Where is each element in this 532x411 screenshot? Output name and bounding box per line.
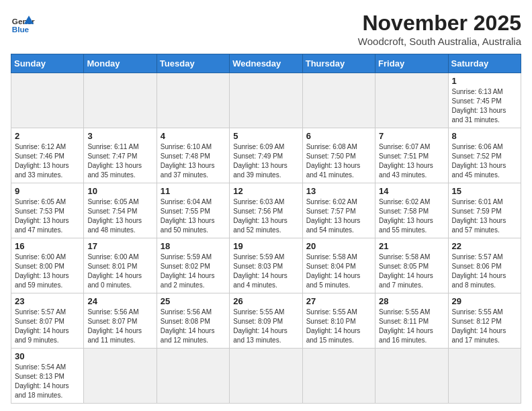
- day-number: 1: [452, 76, 517, 86]
- day-number: 14: [379, 186, 444, 196]
- calendar-cell: 17Sunrise: 6:00 AM Sunset: 8:01 PM Dayli…: [84, 238, 157, 293]
- calendar-cell: 15Sunrise: 6:01 AM Sunset: 7:59 PM Dayli…: [448, 183, 521, 238]
- day-number: 2: [15, 131, 80, 141]
- calendar-cell: [230, 349, 302, 404]
- day-number: 28: [379, 296, 444, 306]
- calendar-cell: 13Sunrise: 6:02 AM Sunset: 7:57 PM Dayli…: [302, 183, 375, 238]
- day-info: Sunrise: 5:57 AM Sunset: 8:07 PM Dayligh…: [15, 308, 80, 345]
- day-number: 22: [452, 241, 517, 251]
- calendar-cell: 18Sunrise: 5:59 AM Sunset: 8:02 PM Dayli…: [157, 238, 229, 293]
- day-info: Sunrise: 5:56 AM Sunset: 8:08 PM Dayligh…: [161, 308, 226, 345]
- calendar-table: SundayMondayTuesdayWednesdayThursdayFrid…: [11, 54, 521, 404]
- day-info: Sunrise: 6:09 AM Sunset: 7:49 PM Dayligh…: [233, 142, 298, 180]
- calendar-cell: 10Sunrise: 6:05 AM Sunset: 7:54 PM Dayli…: [84, 183, 157, 238]
- day-info: Sunrise: 5:58 AM Sunset: 8:04 PM Dayligh…: [306, 253, 371, 290]
- day-number: 10: [87, 186, 152, 196]
- day-number: 12: [233, 186, 298, 196]
- day-header-wednesday: Wednesday: [230, 54, 302, 73]
- calendar-cell: 19Sunrise: 5:59 AM Sunset: 8:03 PM Dayli…: [230, 238, 302, 293]
- calendar-cell: 29Sunrise: 5:55 AM Sunset: 8:12 PM Dayli…: [448, 293, 521, 349]
- calendar-cell: [11, 73, 84, 128]
- calendar-cell: 16Sunrise: 6:00 AM Sunset: 8:00 PM Dayli…: [11, 238, 84, 293]
- day-info: Sunrise: 6:07 AM Sunset: 7:51 PM Dayligh…: [379, 142, 444, 180]
- day-info: Sunrise: 6:05 AM Sunset: 7:54 PM Dayligh…: [87, 197, 152, 235]
- calendar-cell: [302, 73, 375, 128]
- day-info: Sunrise: 5:57 AM Sunset: 8:06 PM Dayligh…: [452, 253, 517, 290]
- calendar-cell: 26Sunrise: 5:55 AM Sunset: 8:09 PM Dayli…: [230, 293, 302, 349]
- calendar-cell: 21Sunrise: 5:58 AM Sunset: 8:05 PM Dayli…: [375, 238, 448, 293]
- calendar-cell: 22Sunrise: 5:57 AM Sunset: 8:06 PM Dayli…: [448, 238, 521, 293]
- day-info: Sunrise: 5:58 AM Sunset: 8:05 PM Dayligh…: [379, 253, 444, 290]
- day-info: Sunrise: 6:03 AM Sunset: 7:56 PM Dayligh…: [233, 197, 298, 235]
- day-number: 27: [306, 296, 371, 306]
- day-info: Sunrise: 6:02 AM Sunset: 7:57 PM Dayligh…: [306, 197, 371, 235]
- svg-text:Blue: Blue: [12, 25, 30, 34]
- calendar-cell: [84, 73, 157, 128]
- calendar-cell: 11Sunrise: 6:04 AM Sunset: 7:55 PM Dayli…: [157, 183, 229, 238]
- day-info: Sunrise: 5:54 AM Sunset: 8:13 PM Dayligh…: [15, 363, 80, 400]
- day-number: 21: [379, 241, 444, 251]
- day-info: Sunrise: 5:55 AM Sunset: 8:09 PM Dayligh…: [233, 308, 298, 345]
- calendar-cell: [157, 349, 229, 404]
- calendar-cell: [448, 349, 521, 404]
- calendar-cell: 27Sunrise: 5:55 AM Sunset: 8:10 PM Dayli…: [302, 293, 375, 349]
- calendar-cell: 20Sunrise: 5:58 AM Sunset: 8:04 PM Dayli…: [302, 238, 375, 293]
- calendar-cell: 3Sunrise: 6:11 AM Sunset: 7:47 PM Daylig…: [84, 128, 157, 183]
- calendar-week-row: 16Sunrise: 6:00 AM Sunset: 8:00 PM Dayli…: [11, 238, 521, 293]
- day-info: Sunrise: 6:00 AM Sunset: 8:00 PM Dayligh…: [15, 253, 80, 290]
- calendar-cell: 1Sunrise: 6:13 AM Sunset: 7:45 PM Daylig…: [448, 73, 521, 128]
- calendar-cell: 25Sunrise: 5:56 AM Sunset: 8:08 PM Dayli…: [157, 293, 229, 349]
- day-number: 7: [379, 131, 444, 141]
- day-number: 15: [452, 186, 517, 196]
- day-number: 4: [161, 131, 226, 141]
- day-info: Sunrise: 6:02 AM Sunset: 7:58 PM Dayligh…: [379, 197, 444, 235]
- day-number: 8: [452, 131, 517, 141]
- day-info: Sunrise: 6:05 AM Sunset: 7:53 PM Dayligh…: [15, 197, 80, 235]
- calendar-week-row: 1Sunrise: 6:13 AM Sunset: 7:45 PM Daylig…: [11, 73, 521, 128]
- day-number: 9: [15, 186, 80, 196]
- day-info: Sunrise: 5:55 AM Sunset: 8:10 PM Dayligh…: [306, 308, 371, 345]
- calendar-cell: [230, 73, 302, 128]
- day-number: 29: [452, 296, 517, 306]
- calendar-cell: [157, 73, 229, 128]
- day-number: 11: [161, 186, 226, 196]
- day-number: 23: [15, 296, 80, 306]
- day-number: 18: [161, 241, 226, 251]
- day-info: Sunrise: 6:00 AM Sunset: 8:01 PM Dayligh…: [87, 253, 152, 290]
- day-info: Sunrise: 6:11 AM Sunset: 7:47 PM Dayligh…: [87, 142, 152, 180]
- calendar-cell: [302, 349, 375, 404]
- day-header-thursday: Thursday: [302, 54, 375, 73]
- day-header-sunday: Sunday: [11, 54, 84, 73]
- day-number: 26: [233, 296, 298, 306]
- day-info: Sunrise: 6:12 AM Sunset: 7:46 PM Dayligh…: [15, 142, 80, 180]
- day-info: Sunrise: 5:55 AM Sunset: 8:12 PM Dayligh…: [452, 308, 517, 345]
- day-info: Sunrise: 6:13 AM Sunset: 7:45 PM Dayligh…: [452, 87, 517, 125]
- logo: General Blue: [11, 11, 35, 35]
- calendar-week-row: 23Sunrise: 5:57 AM Sunset: 8:07 PM Dayli…: [11, 293, 521, 349]
- day-info: Sunrise: 5:55 AM Sunset: 8:11 PM Dayligh…: [379, 308, 444, 345]
- day-info: Sunrise: 5:59 AM Sunset: 8:03 PM Dayligh…: [233, 253, 298, 290]
- calendar-cell: 5Sunrise: 6:09 AM Sunset: 7:49 PM Daylig…: [230, 128, 302, 183]
- day-info: Sunrise: 6:01 AM Sunset: 7:59 PM Dayligh…: [452, 197, 517, 235]
- calendar-cell: 28Sunrise: 5:55 AM Sunset: 8:11 PM Dayli…: [375, 293, 448, 349]
- calendar-cell: 12Sunrise: 6:03 AM Sunset: 7:56 PM Dayli…: [230, 183, 302, 238]
- calendar-cell: [84, 349, 157, 404]
- calendar-cell: 6Sunrise: 6:08 AM Sunset: 7:50 PM Daylig…: [302, 128, 375, 183]
- header: General Blue November 2025 Woodcroft, So…: [11, 11, 521, 47]
- day-number: 3: [87, 131, 152, 141]
- day-number: 13: [306, 186, 371, 196]
- calendar-cell: 24Sunrise: 5:56 AM Sunset: 8:07 PM Dayli…: [84, 293, 157, 349]
- day-info: Sunrise: 5:59 AM Sunset: 8:02 PM Dayligh…: [161, 253, 226, 290]
- day-header-friday: Friday: [375, 54, 448, 73]
- day-number: 20: [306, 241, 371, 251]
- calendar-header-row: SundayMondayTuesdayWednesdayThursdayFrid…: [11, 54, 521, 73]
- day-header-saturday: Saturday: [448, 54, 521, 73]
- day-number: 6: [306, 131, 371, 141]
- calendar-cell: [375, 73, 448, 128]
- logo-icon: General Blue: [11, 11, 35, 35]
- day-info: Sunrise: 6:06 AM Sunset: 7:52 PM Dayligh…: [452, 142, 517, 180]
- month-title: November 2025: [358, 11, 521, 36]
- day-number: 16: [15, 241, 80, 251]
- calendar-cell: 9Sunrise: 6:05 AM Sunset: 7:53 PM Daylig…: [11, 183, 84, 238]
- calendar-week-row: 2Sunrise: 6:12 AM Sunset: 7:46 PM Daylig…: [11, 128, 521, 183]
